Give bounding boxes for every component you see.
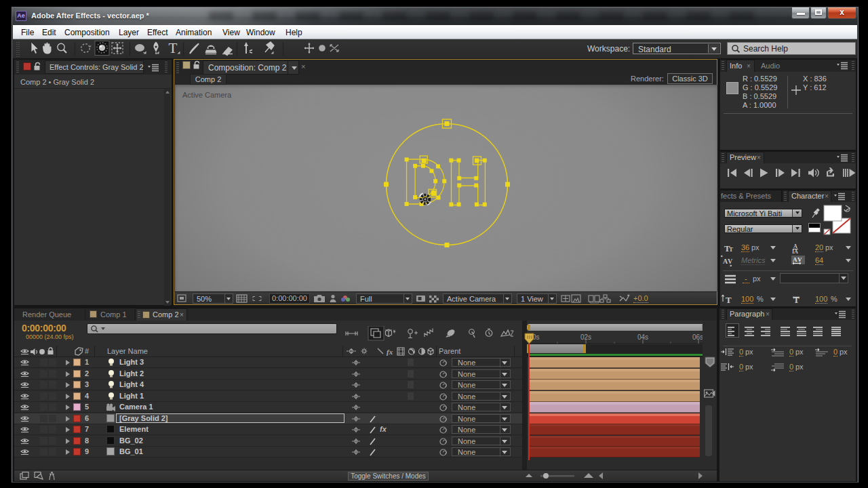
svg-text:A: A (793, 256, 797, 263)
svg-text:IA: IA (792, 249, 798, 254)
svg-text:T: T (726, 295, 732, 305)
svg-text:T: T (169, 40, 178, 56)
svg-text:fx: fx (387, 348, 393, 356)
svg-text:T: T (729, 246, 733, 253)
svg-text:V: V (797, 256, 802, 263)
svg-text:V: V (728, 258, 733, 265)
svg-text:T: T (793, 295, 800, 305)
